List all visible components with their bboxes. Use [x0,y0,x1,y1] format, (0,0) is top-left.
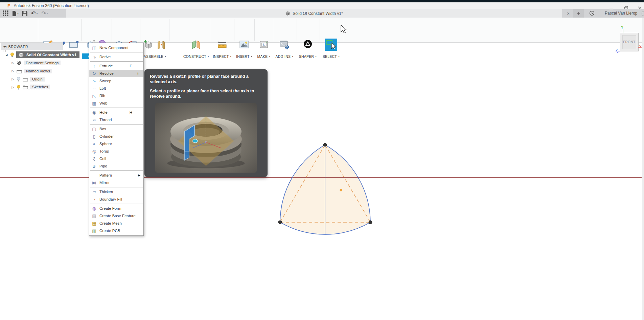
kebab-menu-icon[interactable]: ⋮ [136,71,140,76]
menu-item-boundary-fill[interactable]: ◔Boundary Fill [89,196,143,203]
expand-arrow-icon[interactable]: ▷ [11,69,15,73]
joint-button[interactable] [156,39,167,50]
browser-item-document-settings[interactable]: ▷Document Settings [11,59,61,67]
redo-button[interactable]: ↷▾ [41,11,48,16]
active-document-tab[interactable]: Solid Of Constant Width v1* [66,9,562,18]
browser-item-solid-of-constant-width-v1[interactable]: ◢Solid Of Constant Width v1 [5,51,79,59]
menu-separator [90,187,143,187]
browser-item-label: Document Settings [24,61,61,65]
new-component-mi-icon: ◫ [91,45,97,51]
menu-item-create-pcb[interactable]: ▥Create PCB [89,227,143,234]
collapse-panel-icon[interactable]: ◀◀ [3,45,6,48]
scripts-addins-button[interactable] [279,39,290,50]
menu-item-label: Hole [99,110,108,114]
work-point[interactable] [340,189,342,191]
sweep-icon: ∿ [91,78,97,84]
menu-item-web[interactable]: ▦Web [89,99,143,107]
shaper-utilities-button[interactable] [302,39,314,50]
app-grid-icon [3,10,8,16]
3d-print-button[interactable] [258,39,270,50]
menu-separator [90,108,143,108]
menu-item-label: Boundary Fill [99,197,122,201]
chevron-down-icon: ▾ [47,12,48,15]
browser-header[interactable]: ◀◀ BROWSER [1,43,63,50]
menu-item-sphere[interactable]: ●Sphere [89,140,143,147]
toolbar-dropdown-select[interactable]: SELECT▾ [323,53,340,59]
chevron-down-icon: ▾ [208,55,209,58]
menu-item-loft[interactable]: ⌣Loft [89,85,143,92]
expand-arrow-icon[interactable]: ▷ [11,86,15,89]
menu-item-box[interactable]: ▢Box [89,125,143,133]
toolbar-dropdown-shaper[interactable]: SHAPER▾ [299,53,317,59]
menu-item-new-component[interactable]: ◫New Component [89,44,143,51]
menu-item-mirror[interactable]: ⋈Mirror [89,179,143,186]
toolbar-dropdown-make[interactable]: MAKE▾ [257,53,271,59]
menu-item-coil[interactable]: ξCoil [89,155,143,162]
browser-item-label: Origin [30,77,45,82]
menu-item-torus[interactable]: ◎Torus [89,147,143,155]
save-button[interactable] [22,11,27,16]
recent-activity-clock-icon[interactable] [589,10,595,16]
menu-item-derive[interactable]: ↴Derive [89,53,143,61]
browser-item-named-views[interactable]: ▷Named Views [11,67,52,75]
menu-item-pattern[interactable]: Pattern▶ [89,172,143,179]
selected-item-bar[interactable]: Solid Of Constant Width v1 [16,51,79,58]
undo-button[interactable]: ↶▾ [31,11,38,16]
app-title: Autodesk Fusion 360 (Education License) [14,3,89,8]
construct-plane-button[interactable] [190,39,202,50]
menu-item-thicken[interactable]: ▱Thicken [89,188,143,196]
menu-item-pipe[interactable]: ⌀Pipe [89,162,143,170]
toolbar-group-assemble: ASSEMBLE▾ [141,36,169,59]
new-tab-button[interactable]: + [573,9,584,18]
undo-icon: ↶ [31,11,36,16]
menu-item-rib[interactable]: ◺Rib [89,92,143,99]
chevron-down-icon: ▾ [269,55,270,58]
menu-item-create-mesh[interactable]: ▦Create Mesh [89,220,143,227]
user-name[interactable]: Pascal Van Lierop [605,11,638,16]
toolbar-dropdown-insert[interactable]: INSERT▾ [236,53,252,59]
toolbar-dropdown-assemble[interactable]: ASSEMBLE▾ [144,53,166,59]
collapse-arrow-icon[interactable]: ◢ [5,53,8,56]
menu-item-create-form[interactable]: ◍Create Form [89,205,143,212]
menu-item-create-base-feature[interactable]: ▤Create Base Feature [89,212,143,220]
edge-partial-icon [642,11,644,16]
browser-title: BROWSER [8,45,28,49]
redo-icon: ↷ [41,11,46,16]
menu-item-sweep[interactable]: ∿Sweep [89,77,143,85]
toolbar-dropdown-inspect[interactable]: INSPECT▾ [213,53,231,59]
derive-icon: ↴ [91,54,97,60]
toolbar-separator [254,19,255,41]
expand-arrow-icon[interactable]: ▷ [11,77,15,81]
menu-item-label: Cylinder [99,134,114,138]
insert-image-button[interactable] [238,39,250,50]
menu-item-thread[interactable]: ≋Thread [89,116,143,123]
toolbar-group-label: CONSTRUCT [183,54,206,59]
menu-item-extrude[interactable]: ↑ExtrudeE [89,62,143,70]
fusion-logo: F [7,3,10,8]
menu-item-label: Loft [99,86,106,90]
measure-button[interactable] [216,39,228,50]
menu-item-label: Create PCB [99,229,120,233]
browser-item-origin[interactable]: ▷Origin [11,75,45,83]
new-component-button[interactable] [143,39,154,50]
toolbar-dropdown-add-ins[interactable]: ADD-INS▾ [276,53,294,59]
toolbar-group-add-ins: ADD-INS▾ [273,36,296,59]
browser-item-sketches[interactable]: ▷Sketches [11,84,50,91]
file-button[interactable]: ▾ [12,11,19,16]
rectangle-button[interactable] [68,39,79,50]
app-grid-button[interactable] [3,10,8,16]
tab-bar: ▾↶▾↷▾ Solid Of Constant Width v1* × + Pa… [0,9,644,18]
expand-arrow-icon[interactable]: ▷ [11,61,15,65]
menu-item-label: Rib [99,94,105,98]
menu-item-cylinder[interactable]: ▯Cylinder [89,133,143,140]
toolbar-dropdown-construct[interactable]: CONSTRUCT▾ [183,53,209,59]
menu-separator [90,61,143,62]
menu-item-label: Mirror [99,181,110,185]
menu-item-revolve[interactable]: ↻Revolve⋮ [89,70,143,77]
toolbar-group-shaper: SHAPER▾ [297,36,319,59]
tab-close-button[interactable]: × [564,9,572,18]
select-button[interactable] [325,39,337,51]
menu-item-hole[interactable]: ◉HoleH [89,109,143,116]
main-toolbar: MODEL ▾ SKETCH▾CREATE▾MODIFY▾ASSEMBLE▾CO… [0,18,644,43]
chevron-down-icon: ▾ [230,55,231,58]
